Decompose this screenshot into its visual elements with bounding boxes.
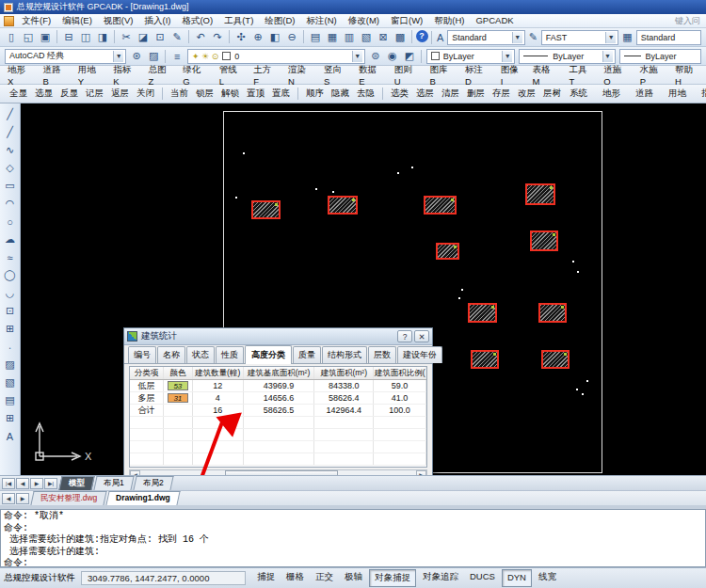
file-tab[interactable]: 民安村整理.dwg — [30, 491, 107, 505]
menu-item[interactable]: 修改(M) — [343, 14, 385, 26]
dialog-tab[interactable]: 建设年份 — [397, 346, 442, 363]
chevron-down-icon[interactable]: ▼ — [602, 51, 613, 62]
layer-tool-button[interactable] — [297, 87, 298, 100]
chevron-down-icon[interactable]: ▼ — [113, 51, 123, 62]
layer-tool-button[interactable]: 当前 — [167, 87, 192, 101]
open-icon[interactable]: ◱ — [21, 30, 37, 45]
gpcadk-menu-item[interactable]: 管线L — [219, 64, 241, 87]
status-toggle[interactable]: 正交 — [311, 569, 338, 587]
gpcadk-menu-item[interactable]: 竖向S — [324, 64, 346, 87]
layer-properties-icon[interactable]: ≡ — [169, 49, 185, 64]
mtext-icon[interactable]: A — [2, 427, 19, 445]
workspace-settings-icon[interactable]: ⊛ — [129, 49, 145, 64]
building-footprint[interactable] — [251, 200, 281, 219]
table-row[interactable]: 合计 16 58626.5 142964.4 100.0 — [130, 405, 426, 417]
building-footprint[interactable] — [436, 243, 459, 260]
module-button[interactable]: 道路 — [631, 87, 658, 101]
line-icon[interactable]: ╱ — [2, 105, 19, 123]
building-footprint[interactable] — [471, 350, 499, 369]
building-footprint[interactable] — [468, 303, 497, 323]
toolbar-button[interactable] — [56, 30, 57, 43]
layer-combo[interactable]: ✦ ☀ ⊙ 0 ▼ — [187, 49, 365, 64]
gpcadk-menu-item[interactable]: 绿化G — [183, 64, 206, 87]
gpcadk-menu-item[interactable]: 标注D — [465, 64, 489, 87]
coordinates-readout[interactable]: 3049.7786, 1447.2477, 0.0000 — [81, 571, 246, 585]
menu-item[interactable]: 格式(O) — [176, 14, 218, 26]
tool-palettes-icon[interactable]: ▥ — [342, 30, 358, 45]
revision-cloud-icon[interactable]: ☁ — [2, 230, 19, 248]
module-button[interactable]: 用地 — [664, 87, 691, 101]
zoom-window-icon[interactable]: ◧ — [267, 30, 283, 45]
menu-item[interactable]: 工具(T) — [218, 14, 259, 26]
module-button[interactable]: 指标 — [697, 87, 706, 101]
toolbar-button[interactable] — [411, 30, 412, 43]
point-icon[interactable]: ∙ — [2, 338, 19, 356]
gpcadk-menu-item[interactable]: 用地Y — [78, 64, 101, 87]
gpcadk-menu-item[interactable]: 图则U — [394, 64, 418, 87]
layer-tool-button[interactable]: 关闭 — [133, 87, 158, 101]
layer-tool-button[interactable]: 记层 — [82, 87, 107, 101]
chevron-down-icon[interactable]: ▼ — [605, 32, 616, 43]
gpcadk-menu-item[interactable]: 地形X — [8, 64, 30, 87]
dialog-tab[interactable]: 名称 — [157, 346, 185, 363]
tab-nav-button[interactable]: |◀ — [2, 478, 15, 489]
module-button[interactable]: 地形 — [598, 87, 625, 101]
layer-tool-button[interactable]: 解锁 — [217, 87, 243, 101]
publish-icon[interactable]: ◨ — [95, 30, 111, 45]
linetype-combo[interactable]: ByLayer▼ — [519, 49, 615, 64]
menu-item[interactable]: 标注(N) — [301, 14, 343, 26]
dialog-tab[interactable]: 高度分类 — [245, 345, 292, 364]
file-nav-button[interactable]: ◀ — [2, 493, 15, 504]
building-footprint[interactable] — [525, 183, 555, 205]
dialog-tab[interactable]: 状态 — [186, 346, 215, 363]
toolbar-button[interactable] — [229, 30, 230, 43]
building-footprint[interactable] — [538, 303, 567, 323]
menu-item[interactable]: GPCADK — [470, 14, 519, 26]
gpcadk-menu-item[interactable]: 道施Q — [603, 64, 627, 87]
menu-item[interactable]: 编辑(E) — [56, 14, 98, 26]
layer-tool-button[interactable] — [382, 87, 383, 100]
layer-tool-button[interactable]: 去隐 — [353, 87, 378, 101]
dialog-tab[interactable]: 层数 — [368, 346, 396, 363]
gpcadk-menu-item[interactable]: 数据E — [359, 64, 381, 87]
dialog-tab[interactable]: 编号 — [128, 346, 156, 363]
building-footprint[interactable] — [530, 230, 558, 251]
chevron-down-icon[interactable]: ▼ — [512, 32, 522, 43]
arc-icon[interactable]: ◠ — [2, 195, 19, 213]
plot-icon[interactable]: ⊟ — [61, 30, 77, 45]
layout-tab[interactable]: 模型 — [58, 476, 94, 490]
building-footprint[interactable] — [424, 196, 457, 215]
layer-tool-button[interactable] — [162, 87, 163, 100]
make-block-icon[interactable]: ⊞ — [2, 320, 19, 338]
gpcadk-menu-item[interactable]: 帮助H — [675, 64, 698, 87]
gpcadk-menu-item[interactable]: 表格M — [533, 64, 557, 87]
layer-tool-button[interactable]: 层树 — [539, 87, 565, 101]
plot-preview-icon[interactable]: ◫ — [78, 30, 94, 45]
menu-item[interactable]: 窗口(W) — [385, 14, 428, 26]
spline-icon[interactable]: ≈ — [2, 248, 19, 266]
dialog-close-button[interactable]: ✕ — [414, 330, 429, 342]
properties-icon[interactable]: ▤ — [308, 30, 324, 45]
status-toggle[interactable]: DUCS — [465, 569, 500, 587]
tab-nav-button[interactable]: ◀ — [16, 478, 29, 489]
menu-item[interactable]: 视图(V) — [98, 14, 139, 26]
ellipse-arc-icon[interactable]: ◡ — [2, 284, 19, 302]
layer-previous-icon[interactable]: ◩ — [401, 49, 417, 64]
status-toggle[interactable]: 极轴 — [340, 569, 367, 587]
table-row[interactable]: 多层 31 4 14656.6 58626.4 41.0 — [130, 392, 426, 405]
dialog-tab[interactable]: 质量 — [293, 346, 321, 363]
layout-tab[interactable]: 布局1 — [93, 476, 134, 490]
layer-tool-button[interactable]: 顺序 — [302, 87, 328, 101]
table-icon[interactable]: ⊞ — [2, 409, 19, 427]
status-toggle[interactable]: 对象捕捉 — [369, 569, 416, 587]
dialog-help-button[interactable]: ? — [397, 330, 412, 342]
layer-tool-button[interactable]: 返层 — [107, 87, 133, 101]
text-style-combo[interactable]: Standard▼ — [447, 30, 524, 45]
layer-states-icon[interactable]: ⊜ — [367, 49, 383, 64]
region-icon[interactable]: ▤ — [2, 391, 19, 409]
menu-item[interactable]: 文件(F) — [16, 14, 56, 26]
status-toggle[interactable]: 捕捉 — [252, 569, 280, 587]
cut-icon[interactable]: ✂ — [119, 30, 135, 45]
status-toggle[interactable]: DYN — [502, 569, 532, 587]
file-nav-button[interactable]: ▶ — [16, 493, 29, 504]
